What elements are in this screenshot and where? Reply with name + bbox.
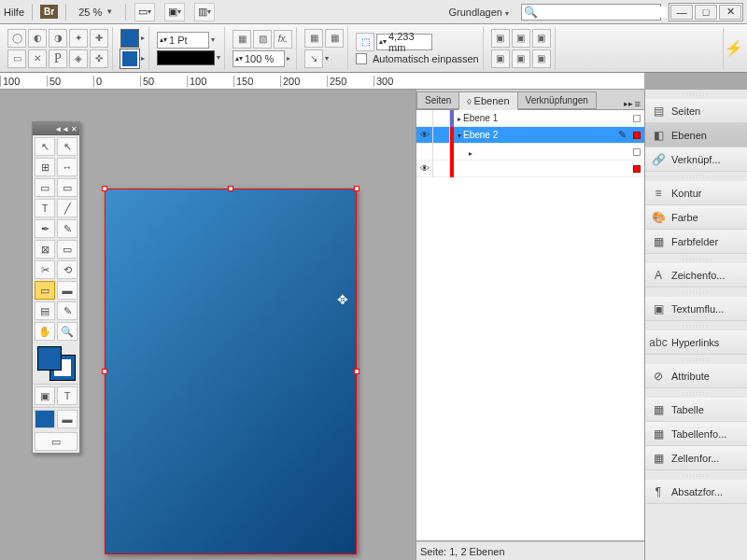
eyedropper-tool[interactable]: ✎ — [57, 301, 78, 320]
dock-item-tabelle[interactable]: ▦Tabelle — [645, 398, 747, 422]
right-dock: ::::::::▤Seiten◧Ebenen🔗Verknüpf...::::::… — [644, 90, 747, 560]
layer-name: ▸ — [454, 147, 629, 158]
selection-square-icon[interactable] — [629, 165, 644, 173]
dock-item-farbfelder[interactable]: ▦Farbfelder — [645, 230, 747, 254]
visibility-icon[interactable]: 👁 — [416, 127, 433, 144]
free-transform-tool[interactable]: ⟲ — [57, 260, 78, 279]
panel-menu-icon[interactable]: ≡ — [635, 98, 641, 109]
search-input[interactable]: 🔍 — [521, 4, 661, 21]
workspace-dropdown[interactable]: Grundlagen ▾ — [444, 5, 514, 20]
dock-label: Zellenfor... — [671, 453, 719, 464]
content-collector-tool[interactable]: ▭ — [35, 178, 55, 197]
dock-item-zellenfor-[interactable]: ▦Zellenfor... — [645, 446, 747, 470]
lock-icon[interactable] — [433, 144, 450, 161]
autofit-label: Automatisch einpassen — [373, 53, 479, 64]
selection-tool[interactable]: ↖ — [35, 137, 55, 156]
formatting-text-icon[interactable]: T — [57, 386, 78, 405]
stroke-weight-input[interactable]: ▴▾1 Pt — [157, 32, 209, 49]
dock-item-farbe[interactable]: 🎨Farbe — [645, 205, 747, 230]
line-tool[interactable]: ╱ — [57, 199, 78, 217]
view-mode-icon[interactable]: ▭ — [35, 432, 78, 451]
opacity-input[interactable]: ▴▾100 % — [233, 50, 285, 67]
visibility-icon[interactable]: 👁 — [416, 161, 433, 177]
dock-icon: ▣ — [651, 301, 666, 316]
help-menu[interactable]: Hilfe — [4, 7, 24, 18]
selection-square-icon[interactable] — [629, 115, 644, 122]
page-tool[interactable]: ⊞ — [35, 158, 55, 176]
tab-links[interactable]: Verknüpfungen — [517, 91, 597, 109]
apply-color-icon[interactable] — [35, 410, 55, 428]
apply-gradient-icon[interactable]: ▬ — [57, 410, 78, 428]
hand-tool[interactable]: ✋ — [35, 322, 55, 341]
dock-item-attribute[interactable]: ⊘Attribute — [645, 364, 747, 388]
dock-label: Seiten — [671, 105, 700, 117]
dock-icon: ▦ — [651, 427, 666, 441]
type-tool[interactable]: T — [35, 199, 55, 217]
dock-icon: 🎨 — [651, 210, 666, 225]
visibility-icon[interactable] — [416, 144, 433, 161]
content-placer-tool[interactable]: ▭ — [57, 178, 78, 197]
formatting-container-icon[interactable]: ▣ — [35, 386, 55, 405]
stroke-swatch[interactable] — [120, 49, 139, 68]
note-tool[interactable]: ▤ — [35, 301, 55, 320]
selection-square-icon[interactable] — [629, 132, 644, 139]
visibility-icon[interactable] — [416, 110, 433, 127]
selected-rectangle[interactable] — [105, 189, 357, 554]
minimize-button[interactable]: — — [670, 5, 693, 20]
fill-stroke-proxy[interactable] — [33, 343, 79, 384]
dock-item-seiten[interactable]: ▤Seiten — [645, 99, 747, 123]
lock-icon[interactable] — [433, 127, 450, 144]
quick-apply-icon[interactable]: ⚡ — [723, 28, 743, 69]
bridge-badge[interactable]: Br — [40, 5, 58, 19]
dock-item-ebenen[interactable]: ◧Ebenen — [645, 123, 747, 147]
pencil-tool[interactable]: ✎ — [57, 219, 78, 238]
pen-tool[interactable]: ✒ — [35, 219, 55, 238]
tools-panel-header[interactable]: ◄◄✕ — [33, 122, 79, 135]
move-cursor-icon: ✥ — [337, 292, 348, 307]
close-button[interactable]: ✕ — [719, 5, 741, 20]
dock-label: Verknüpf... — [671, 154, 721, 165]
layer-row[interactable]: 👁 — [416, 161, 644, 177]
tools-panel: ◄◄✕ ↖↖ ⊞↔ ▭▭ T╱ ✒✎ ⊠▭ ✂⟲ ▭▬ ▤✎ ✋🔍 ▣T ▬ ▭ — [32, 121, 80, 454]
dock-icon: ⊘ — [651, 369, 666, 384]
dock-item-textumflu-[interactable]: ▣Textumflu... — [645, 297, 747, 321]
dock-item-zeichenfo-[interactable]: AZeichenfo... — [645, 263, 747, 287]
fill-swatch[interactable] — [120, 29, 139, 48]
stroke-style[interactable] — [157, 50, 215, 65]
view-options-icon[interactable]: ▭▾ — [134, 3, 155, 21]
dock-label: Tabelle — [671, 404, 704, 415]
tab-layers[interactable]: ◊ Ebenen — [458, 91, 517, 110]
zoom-dropdown[interactable]: 25 % ▼ — [74, 5, 118, 20]
dock-icon: ▦ — [651, 451, 666, 466]
dock-item-hyperlinks[interactable]: abcHyperlinks — [645, 330, 747, 355]
dimension-input[interactable]: ▴▾4,233 mm — [376, 34, 432, 50]
dock-icon: A — [651, 268, 666, 283]
gradient-swatch-tool[interactable]: ▭ — [35, 281, 55, 300]
gradient-feather-tool[interactable]: ▬ — [57, 281, 78, 300]
dock-item-tabellenfo-[interactable]: ▦Tabellenfo... — [645, 422, 747, 446]
rectangle-frame-tool[interactable]: ⊠ — [35, 240, 55, 259]
layer-row[interactable]: ▸Ebene 1 — [416, 110, 644, 127]
top-menu-bar: Hilfe Br 25 % ▼ ▭▾ ▣▾ ▥▾ Grundlagen ▾ 🔍 … — [0, 0, 747, 24]
layer-row[interactable]: ▸ — [416, 144, 644, 161]
dock-item-absatzfor-[interactable]: ¶Absatzfor... — [645, 480, 747, 504]
maximize-button[interactable]: □ — [695, 5, 717, 20]
zoom-tool[interactable]: 🔍 — [57, 322, 78, 341]
layer-row[interactable]: 👁▾Ebene 2✎ — [416, 127, 644, 144]
dock-item-kontur[interactable]: ≡Kontur — [645, 181, 747, 205]
gap-tool[interactable]: ↔ — [57, 158, 78, 176]
rectangle-tool[interactable]: ▭ — [57, 240, 78, 259]
collapse-icon[interactable]: ▸▸ — [624, 99, 633, 108]
scissors-tool[interactable]: ✂ — [35, 260, 55, 279]
selection-square-icon[interactable] — [629, 148, 644, 156]
screen-mode-icon[interactable]: ▣▾ — [164, 3, 185, 21]
lock-icon[interactable] — [433, 161, 450, 177]
autofit-checkbox[interactable] — [356, 53, 367, 64]
dock-item-verkn-pf-[interactable]: 🔗Verknüpf... — [645, 147, 747, 172]
horizontal-ruler: 10050050100150200250300 — [0, 73, 644, 90]
direct-selection-tool[interactable]: ↖ — [57, 137, 78, 156]
arrange-icon[interactable]: ▥▾ — [194, 3, 215, 21]
lock-icon[interactable] — [433, 110, 450, 127]
tab-pages[interactable]: Seiten — [416, 91, 459, 109]
window-controls: — □ ✕ — [669, 3, 743, 21]
